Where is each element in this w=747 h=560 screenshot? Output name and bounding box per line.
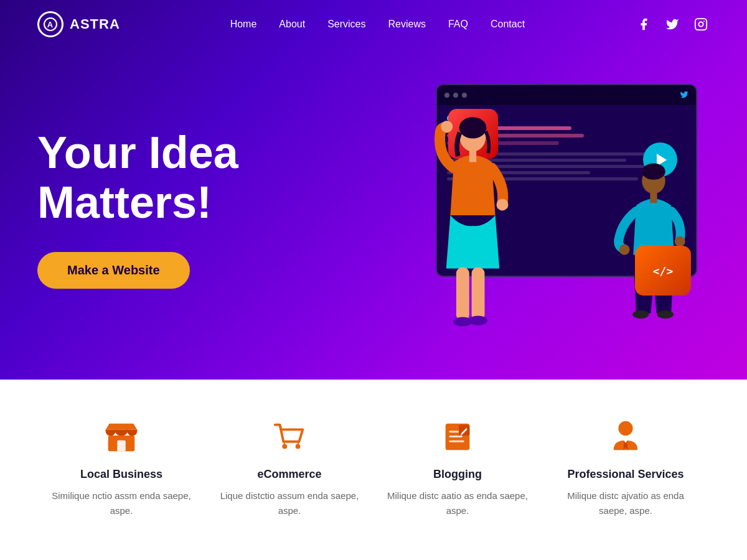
browser-dot-1	[444, 93, 449, 98]
service-icon-person	[606, 417, 646, 457]
svg-rect-2	[695, 19, 707, 30]
code-card-text: </>	[653, 264, 674, 278]
svg-point-32	[618, 421, 632, 436]
service-icon-cart	[270, 417, 309, 457]
svg-rect-23	[117, 441, 126, 451]
service-icon-store	[101, 417, 141, 457]
nav-services[interactable]: Services	[327, 19, 365, 30]
service-desc-professional: Milique distc ajvatio as enda saepe, asp…	[554, 488, 697, 518]
svg-rect-29	[449, 436, 462, 437]
service-blogging: Blogging Milique distc aatio as enda sae…	[374, 417, 542, 518]
service-title-blogging: Blogging	[433, 468, 482, 481]
svg-point-21	[657, 310, 674, 319]
service-title-local: Local Business	[80, 468, 162, 481]
browser-dot-2	[453, 93, 458, 98]
service-professional: Professional Services Milique distc ajva…	[542, 417, 710, 518]
svg-rect-30	[449, 441, 464, 442]
logo-icon: A	[37, 11, 63, 37]
cta-button[interactable]: Make a Website	[37, 252, 190, 289]
header: A ASTRA Home About Services Reviews FAQ …	[0, 0, 747, 49]
nav-home[interactable]: Home	[230, 19, 257, 30]
service-title-professional: Professional Services	[567, 468, 684, 481]
code-card: </>	[635, 246, 691, 296]
svg-point-25	[282, 444, 287, 449]
nav-reviews[interactable]: Reviews	[388, 19, 426, 30]
svg-point-7	[459, 117, 487, 138]
hero-section: Your Idea Matters! Make a Website	[0, 0, 747, 380]
hero-title: Your Idea Matters!	[37, 128, 374, 226]
services-section: Local Business Similique nctio assm enda…	[0, 380, 747, 560]
svg-rect-17	[650, 192, 657, 203]
svg-point-16	[642, 164, 665, 180]
svg-point-9	[441, 121, 453, 133]
svg-point-14	[469, 316, 487, 325]
svg-point-18	[619, 245, 630, 255]
svg-point-10	[497, 198, 509, 210]
twitter-browser-icon	[680, 90, 688, 101]
service-desc-blogging: Milique distc aatio as enda saepe, aspe.	[386, 488, 529, 518]
hero-content: Your Idea Matters! Make a Website	[37, 91, 374, 288]
svg-rect-24	[108, 431, 135, 433]
instagram-icon[interactable]	[692, 16, 710, 33]
svg-point-26	[296, 444, 301, 449]
svg-rect-11	[456, 268, 469, 320]
nav-about[interactable]: About	[279, 19, 305, 30]
social-links	[635, 16, 710, 33]
svg-point-20	[632, 310, 649, 319]
service-ecommerce: eCommerce Lique distctio assum enda saep…	[205, 417, 374, 518]
svg-text:A: A	[47, 20, 54, 29]
logo-text: ASTRA	[70, 16, 120, 32]
service-icon-blog	[438, 417, 477, 457]
service-title-ecommerce: eCommerce	[257, 468, 321, 481]
logo[interactable]: A ASTRA	[37, 11, 120, 37]
svg-rect-12	[472, 268, 485, 320]
nav-contact[interactable]: Contact	[491, 19, 525, 30]
woman-figure	[405, 109, 529, 345]
service-desc-ecommerce: Lique distctio assum enda saepe, aspe.	[218, 488, 361, 518]
facebook-icon[interactable]	[635, 16, 652, 33]
hero-illustration: </>	[374, 34, 710, 345]
main-nav: Home About Services Reviews FAQ Contact	[230, 19, 525, 30]
browser-dot-3	[462, 93, 467, 98]
svg-rect-8	[469, 151, 476, 162]
nav-faq[interactable]: FAQ	[448, 19, 468, 30]
service-desc-local: Similique nctio assm enda saepe, aspe.	[50, 488, 193, 518]
service-local-business: Local Business Similique nctio assm enda…	[37, 417, 205, 518]
twitter-icon[interactable]	[664, 16, 681, 33]
browser-title-bar	[437, 85, 696, 105]
